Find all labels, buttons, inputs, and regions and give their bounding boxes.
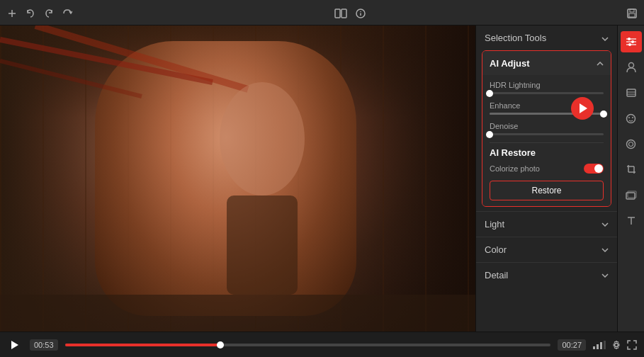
restore-button[interactable]: Restore [490,181,604,200]
svg-point-29 [627,140,635,148]
light-label: Light [485,219,504,230]
toolbar-center [334,6,366,18]
fullscreen-icon[interactable] [627,339,637,350]
svg-point-19 [628,38,631,40]
enhance-thumb[interactable] [600,110,607,118]
video-progress-bar[interactable] [65,344,551,346]
main-area: Selection Tools AI Adjust HDR L [0,26,644,332]
compare-icon[interactable] [334,6,347,18]
divider [490,142,604,143]
selection-tools-chevron [601,33,609,43]
toolbar-right [627,6,637,18]
light-section[interactable]: Light [476,211,617,237]
photo-svg [0,26,475,332]
redo-icon[interactable] [44,6,54,18]
hdr-lightning-label: HDR Lightning [490,81,604,89]
hdr-lightning-slider[interactable] [490,92,604,94]
color-chevron [601,248,609,252]
icon-sidebar [617,26,644,332]
top-toolbar [0,0,644,26]
selection-tools-header[interactable]: Selection Tools [476,26,617,50]
sidebar-icon-person[interactable] [621,57,642,78]
play-triangle-icon [580,103,587,113]
ai-adjust-header[interactable]: AI Adjust [482,51,611,75]
undo-icon[interactable] [26,6,35,18]
svg-point-14 [220,82,305,196]
sidebar-icon-face[interactable] [621,108,642,129]
detail-section[interactable]: Detail [476,262,617,288]
svg-rect-40 [597,344,599,349]
sidebar-icon-crop[interactable] [621,159,642,180]
svg-rect-42 [604,341,606,349]
right-panel: Selection Tools AI Adjust HDR L [475,26,617,332]
svg-point-20 [631,40,634,43]
sidebar-icon-adjustments[interactable] [621,31,642,52]
bottom-right-controls [593,339,637,350]
photo-background [0,26,475,332]
selection-tools-label: Selection Tools [485,33,546,43]
current-time: 00:53 [30,339,58,351]
svg-point-21 [628,43,631,46]
hdr-lightning-control: HDR Lightning [490,81,604,94]
enhance-play-button[interactable] [571,97,594,120]
sidebar-icon-layers[interactable] [621,82,642,103]
ai-adjust-title: AI Adjust [490,58,530,69]
svg-rect-23 [627,89,635,96]
enhance-control: Enhance [490,101,604,115]
svg-point-22 [628,63,633,68]
refresh-icon[interactable] [62,6,72,18]
detail-label: Detail [485,270,508,280]
mid-time: 00:27 [558,339,586,351]
toolbar-left [7,6,72,18]
sidebar-icon-text[interactable] [621,210,642,231]
svg-point-5 [360,11,361,12]
sidebar-icon-mask[interactable] [621,133,642,154]
color-label: Color [485,244,507,255]
photo-area [0,26,475,332]
gear-icon[interactable] [611,339,621,350]
svg-rect-13 [0,295,475,332]
ai-restore-section: AI Restore Colorize photo Restore [490,147,604,200]
svg-point-27 [628,117,630,118]
colorize-photo-label: Colorize photo [490,164,540,173]
toggle-knob [594,164,603,173]
light-chevron [601,222,609,227]
hdr-lightning-thumb[interactable] [486,90,493,97]
denoise-label: Denoise [490,122,604,130]
save-icon[interactable] [627,6,637,18]
ai-adjust-section: AI Adjust HDR Lightning [482,50,611,207]
ai-restore-title: AI Restore [490,147,604,158]
progress-fill [65,344,221,346]
color-section[interactable]: Color [476,237,617,262]
svg-point-26 [627,114,635,123]
svg-rect-39 [593,346,595,349]
info-icon[interactable] [356,6,366,18]
svg-rect-2 [335,9,340,18]
svg-point-30 [629,142,633,146]
denoise-thumb[interactable] [486,131,493,138]
colorize-photo-row: Colorize photo [490,164,604,174]
bottom-bar: 00:53 00:27 [0,332,644,357]
play-icon [11,341,18,349]
svg-rect-9 [629,13,635,17]
signal-icon [593,339,606,349]
sidebar-icon-layers2[interactable] [621,184,642,205]
denoise-control: Denoise [490,122,604,135]
svg-rect-41 [600,342,602,349]
colorize-photo-toggle[interactable] [584,164,604,174]
progress-thumb[interactable] [217,341,224,348]
denoise-slider[interactable] [490,133,604,135]
svg-rect-15 [227,196,298,295]
svg-rect-3 [341,9,346,18]
ai-adjust-body: HDR Lightning Enhance [482,75,611,206]
play-button[interactable] [7,337,23,353]
svg-point-28 [632,117,633,118]
detail-chevron [601,273,609,278]
ai-adjust-chevron [597,57,604,69]
add-icon[interactable] [7,6,17,18]
